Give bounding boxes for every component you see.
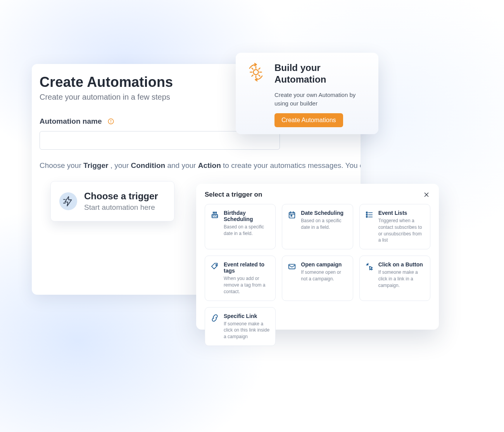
trigger-option-envelope[interactable]: Open campaignIf someone open or not a ca… (282, 256, 353, 301)
choose-trigger-subtitle: Start automation here (84, 203, 158, 212)
trigger-option-desc: Triggered when a contact subscribes to o… (378, 218, 425, 244)
gear-cycle-icon (246, 62, 266, 82)
trigger-option-title: Open campaign (301, 261, 347, 268)
build-automation-promo: Build your Automation Create your own Au… (236, 53, 378, 134)
trigger-option-birthday[interactable]: Birthday SchedulingBased on a specific d… (205, 204, 276, 249)
trigger-option-title: Specific Link (224, 313, 270, 319)
trigger-option-title: Birthday Scheduling (224, 210, 270, 222)
helper-text: Choose your Trigger , your Condition and… (40, 161, 350, 170)
choose-trigger-title: Choose a trigger (84, 191, 158, 202)
envelope-icon (288, 262, 296, 271)
trigger-option-calendar[interactable]: Date SchedulingBased on a specific date … (282, 204, 353, 249)
tag-icon (211, 262, 219, 271)
choose-trigger-card[interactable]: Choose a trigger Start automation here (50, 181, 174, 221)
link-icon (211, 314, 219, 322)
trigger-option-tag[interactable]: Event related to tagsWhen you add or rem… (205, 256, 276, 301)
list-icon (365, 211, 374, 219)
bolt-icon (59, 192, 77, 210)
helper-b1: Trigger (83, 161, 108, 169)
helper-post: to create your automatics messages. You … (223, 161, 361, 169)
trigger-option-title: Event related to tags (224, 261, 270, 274)
click-icon (365, 262, 374, 271)
helper-b3: Action (198, 161, 221, 169)
trigger-option-list[interactable]: Event ListsTriggered when a contact subs… (359, 204, 430, 249)
trigger-option-desc: If someone make a click on this link ins… (224, 321, 270, 340)
trigger-option-title: Date Scheduling (301, 210, 347, 216)
trigger-option-title: Click on a Button (378, 261, 425, 268)
trigger-option-desc: Based on a specific date in a field. (224, 224, 270, 237)
automation-name-label: Automation name (40, 117, 102, 126)
select-trigger-popover: Select a trigger on Birthday SchedulingB… (196, 184, 439, 330)
helper-b2: Condition (131, 161, 166, 169)
promo-title: Build your Automation (274, 62, 368, 85)
svg-marker-3 (65, 197, 72, 206)
info-icon[interactable] (107, 118, 115, 125)
trigger-option-desc: Based on a specific date in a field. (301, 218, 347, 231)
close-icon[interactable] (423, 191, 430, 199)
trigger-option-link[interactable]: Specific LinkIf someone make a click on … (205, 307, 276, 346)
create-automations-button[interactable]: Create Automations (274, 113, 343, 127)
birthday-icon (211, 211, 219, 219)
trigger-option-desc: If someone open or not a campaign. (301, 269, 347, 282)
helper-pre: Choose your (40, 161, 83, 169)
calendar-icon (288, 211, 296, 219)
trigger-option-desc: When you add or remove a tag from a cont… (224, 275, 270, 295)
trigger-option-click[interactable]: Click on a ButtonIf someone make a click… (359, 256, 430, 301)
helper-mid2: and your (167, 161, 198, 169)
svg-point-6 (254, 70, 259, 75)
popover-title: Select a trigger on (205, 191, 262, 199)
helper-mid1: , your (110, 161, 131, 169)
promo-description: Create your own Automation by using our … (274, 91, 368, 108)
trigger-option-title: Event Lists (378, 210, 425, 216)
trigger-option-desc: If someone make a click in a link in a c… (378, 269, 425, 289)
svg-point-2 (111, 122, 112, 123)
